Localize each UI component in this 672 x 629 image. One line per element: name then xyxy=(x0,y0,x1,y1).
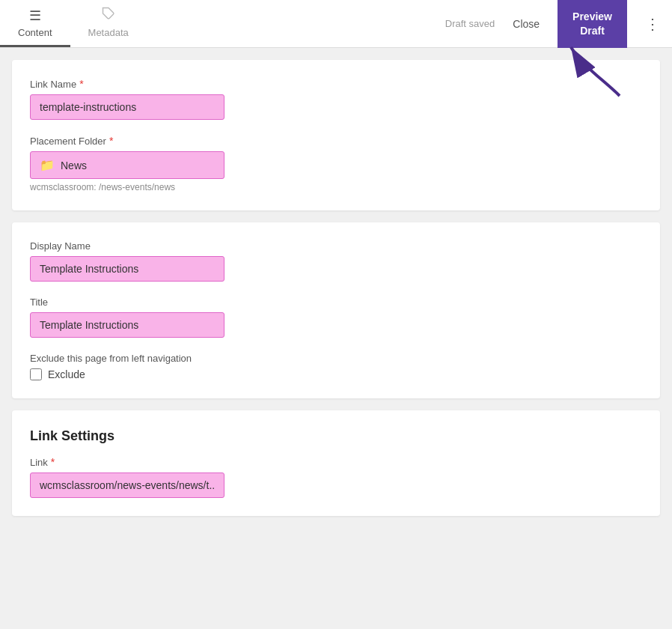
preview-draft-button[interactable]: PreviewDraft xyxy=(558,0,627,48)
card-link-settings: Link Settings Link * xyxy=(12,410,660,516)
display-name-input[interactable] xyxy=(30,256,224,282)
link-settings-title: Link Settings xyxy=(30,428,642,444)
draft-saved-text: Draft saved xyxy=(445,18,495,29)
more-options-button[interactable]: ⋮ xyxy=(639,15,666,33)
display-name-label: Display Name xyxy=(30,240,642,252)
title-field-group: Title xyxy=(30,297,642,338)
metadata-icon xyxy=(102,7,115,24)
link-name-label: Link Name * xyxy=(30,78,642,90)
exclude-field-group: Exclude this page from left navigation E… xyxy=(30,353,642,380)
card-link-info: Link Name * Placement Folder * 📁 News wc… xyxy=(12,60,660,210)
placement-folder-label: Placement Folder * xyxy=(30,135,642,147)
tab-metadata-label: Metadata xyxy=(88,27,129,38)
display-name-field-group: Display Name xyxy=(30,240,642,282)
link-name-field-group: Link Name * xyxy=(30,78,642,120)
tab-content[interactable]: ☰ Content xyxy=(0,0,70,47)
toolbar-tabs: ☰ Content Metadata xyxy=(0,0,147,47)
link-label: Link * xyxy=(30,456,642,468)
tab-metadata[interactable]: Metadata xyxy=(70,0,147,47)
close-button[interactable]: Close xyxy=(507,15,546,33)
placement-folder-value: News xyxy=(61,159,87,171)
placement-folder-path: wcmsclassroom: /news-events/news xyxy=(30,182,642,192)
exclude-checkbox-row: Exclude xyxy=(30,368,642,380)
placement-folder-input[interactable]: 📁 News xyxy=(30,151,224,179)
placement-folder-required-star: * xyxy=(109,135,113,147)
title-label: Title xyxy=(30,297,642,308)
link-required-star: * xyxy=(51,456,55,468)
link-name-input[interactable] xyxy=(30,94,224,120)
link-field-group: Link * xyxy=(30,456,642,498)
exclude-label[interactable]: Exclude xyxy=(48,368,85,380)
title-input[interactable] xyxy=(30,312,224,338)
link-input[interactable] xyxy=(30,472,224,498)
content-icon: ☰ xyxy=(29,7,41,24)
main-content: Link Name * Placement Folder * 📁 News wc… xyxy=(0,48,672,528)
tab-content-label: Content xyxy=(18,27,52,38)
toolbar: ☰ Content Metadata Draft saved Close Pre… xyxy=(0,0,672,48)
link-name-required-star: * xyxy=(79,78,83,90)
folder-icon: 📁 xyxy=(40,158,55,172)
toolbar-right: Draft saved Close PreviewDraft ⋮ xyxy=(445,0,672,48)
exclude-description: Exclude this page from left navigation xyxy=(30,353,642,364)
placement-folder-field-group: Placement Folder * 📁 News wcmsclassroom:… xyxy=(30,135,642,192)
card-display-info: Display Name Title Exclude this page fro… xyxy=(12,222,660,398)
exclude-checkbox[interactable] xyxy=(30,368,42,380)
